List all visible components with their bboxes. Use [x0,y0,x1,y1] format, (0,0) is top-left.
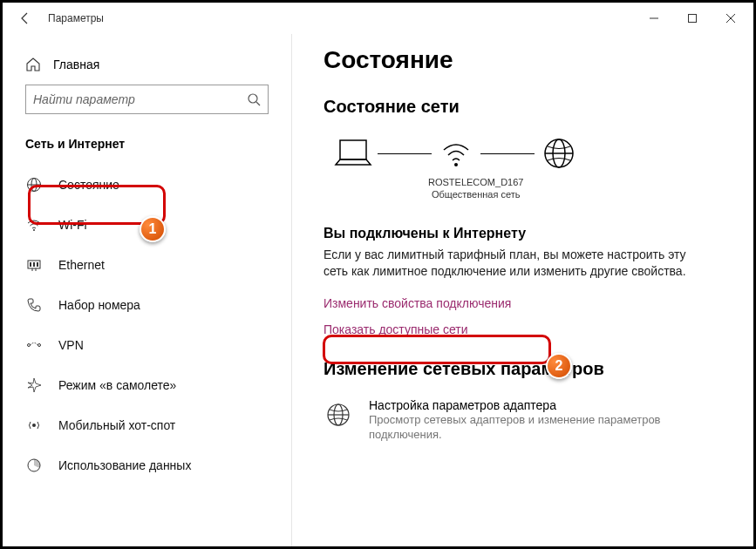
sidebar-item-airplane[interactable]: Режим «в самолете» [3,365,291,405]
globe-icon [25,176,43,193]
sidebar-item-label: Ethernet [58,258,105,272]
sidebar-item-vpn[interactable]: VPN [3,325,291,365]
sidebar-home-label: Главная [53,58,99,71]
option-adapter-settings[interactable]: Настройка параметров адаптера Просмотр с… [324,398,722,443]
maximize-icon [688,14,697,23]
airplane-icon [25,376,43,394]
svg-point-4 [249,94,257,103]
change-params-title: Изменение сетевых параметров [324,359,722,379]
close-icon [726,14,735,23]
sidebar-item-label: Мобильный хот-спот [58,418,175,432]
sidebar: Главная Сеть и Интернет Состояние Wi [3,34,292,546]
wifi-signal-icon [432,136,480,171]
maximize-button[interactable] [673,3,712,34]
svg-rect-12 [33,262,35,267]
minimize-icon [650,14,658,23]
sidebar-item-dialup[interactable]: Набор номера [3,285,291,325]
sidebar-item-label: Набор номера [58,298,140,312]
sidebar-item-label: Состояние [58,178,119,192]
annotation-callout-2: 2 [546,353,572,379]
arrow-left-icon [18,11,32,25]
page-title: Состояние [324,46,722,74]
sidebar-nav: Состояние Wi-Fi Ethernet Набор номера VP… [3,165,291,485]
svg-rect-1 [689,15,697,23]
svg-point-9 [33,229,35,231]
svg-point-16 [28,344,31,347]
svg-point-21 [454,163,458,166]
globe-large-icon [535,136,583,171]
svg-rect-20 [340,140,366,159]
sidebar-item-label: Использование данных [58,458,191,472]
titlebar: Параметры [3,3,753,34]
network-status-title: Состояние сети [324,97,722,117]
connection-line [480,153,535,154]
network-type: Общественная сеть [428,188,523,200]
sidebar-item-ethernet[interactable]: Ethernet [3,245,291,285]
svg-point-18 [32,424,36,427]
connected-heading: Вы подключены к Интернету [324,226,722,241]
back-button[interactable] [6,3,44,34]
svg-point-17 [38,344,41,347]
minimize-button[interactable] [635,3,673,34]
sidebar-item-label: VPN [58,338,84,352]
option-desc: Просмотр сетевых адаптеров и изменение п… [369,412,691,443]
svg-rect-11 [30,262,31,267]
content-area: Состояние Состояние сети [292,34,753,546]
search-input[interactable] [33,92,247,106]
laptop-icon [329,136,378,171]
sidebar-item-status[interactable]: Состояние [3,165,291,205]
dialup-icon [25,296,43,314]
option-title: Настройка параметров адаптера [369,398,691,412]
search-input-box[interactable] [25,85,269,114]
svg-rect-13 [37,262,38,267]
hotspot-icon [25,417,43,434]
ethernet-icon [25,256,43,274]
sidebar-section-title: Сеть и Интернет [3,130,291,165]
wifi-icon [25,216,43,234]
sidebar-item-datausage[interactable]: Использование данных [3,445,291,485]
link-change-connection-props[interactable]: Изменить свойства подключения [324,296,722,310]
home-icon [25,57,41,72]
connection-line [378,153,432,154]
sidebar-item-label: Wi-Fi [58,218,87,232]
annotation-callout-1: 1 [140,216,166,242]
link-show-networks[interactable]: Показать доступные сети [324,322,722,336]
sidebar-item-hotspot[interactable]: Мобильный хот-спот [3,405,291,445]
network-diagram [324,136,583,171]
svg-line-5 [256,102,260,105]
sidebar-item-label: Режим «в самолете» [58,378,176,392]
network-ssid: ROSTELECOM_D167 [428,176,523,188]
globe-option-icon [324,400,353,430]
datausage-icon [25,457,43,474]
connected-description: Если у вас лимитный тарифный план, вы мо… [324,247,690,281]
close-button[interactable] [712,3,750,34]
search-icon [247,92,261,106]
vpn-icon [25,336,43,354]
window-title: Параметры [48,12,635,24]
sidebar-home[interactable]: Главная [18,51,276,78]
